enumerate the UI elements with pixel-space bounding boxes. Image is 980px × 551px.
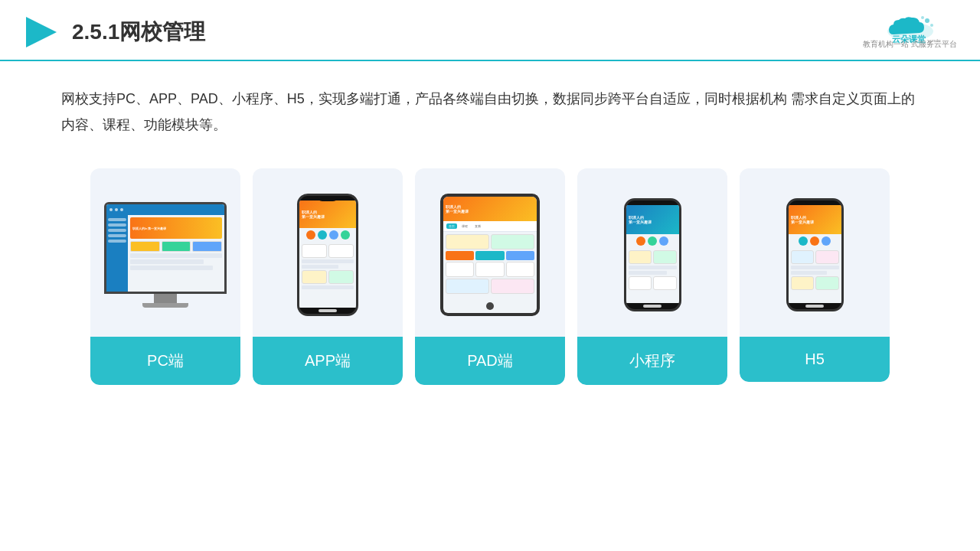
card-miniprogram: 职涯人的第一堂兴趣课	[577, 168, 727, 385]
header: 2.5.1网校管理 云朵课堂 yunduoketang.com 教育机构一站 式…	[0, 0, 980, 61]
card-h5: 职涯人的第一堂兴趣课	[740, 168, 890, 382]
card-h5-image: 职涯人的第一堂兴趣课	[740, 168, 890, 337]
svg-point-3	[930, 24, 933, 27]
description-text: 网校支持PC、APP、PAD、小程序、H5，实现多端打通，产品各终端自由切换，数…	[0, 61, 980, 153]
header-left: 2.5.1网校管理	[23, 14, 205, 51]
card-miniprogram-image: 职涯人的第一堂兴趣课	[577, 168, 727, 337]
card-pad-label: PAD端	[415, 337, 565, 385]
logo-area: 云朵课堂 yunduoketang.com 教育机构一站 式服务云平台	[863, 15, 957, 50]
card-pad-image: 职涯人的第一堂兴趣课 首页 课程 直播	[415, 168, 565, 337]
logo-sub-text: 教育机构一站 式服务云平台	[863, 39, 957, 50]
page-title: 2.5.1网校管理	[72, 18, 205, 47]
svg-point-2	[925, 18, 929, 23]
card-h5-label: H5	[740, 337, 890, 382]
svg-point-4	[921, 16, 924, 19]
monitor-mockup: 职涯人的\n第一堂兴趣课	[104, 202, 227, 308]
card-pc: 职涯人的\n第一堂兴趣课	[90, 168, 240, 385]
tablet-mockup: 职涯人的第一堂兴趣课 首页 课程 直播	[440, 194, 540, 316]
card-app-image: 职涯人的第一堂兴趣课	[253, 168, 403, 337]
cards-container: 职涯人的\n第一堂兴趣课	[0, 153, 980, 400]
phone-h5-mockup: 职涯人的第一堂兴趣课	[786, 198, 844, 311]
card-pc-label: PC端	[90, 337, 240, 385]
card-pad: 职涯人的第一堂兴趣课 首页 课程 直播	[415, 168, 565, 385]
card-pc-image: 职涯人的\n第一堂兴趣课	[90, 168, 240, 337]
card-app: 职涯人的第一堂兴趣课	[253, 168, 403, 385]
card-miniprogram-label: 小程序	[577, 337, 727, 385]
phone-mini-mockup: 职涯人的第一堂兴趣课	[624, 198, 681, 311]
svg-marker-0	[26, 17, 57, 47]
phone-app-mockup: 职涯人的第一堂兴趣课	[297, 194, 358, 316]
play-icon	[23, 14, 60, 51]
card-app-label: APP端	[253, 337, 403, 385]
